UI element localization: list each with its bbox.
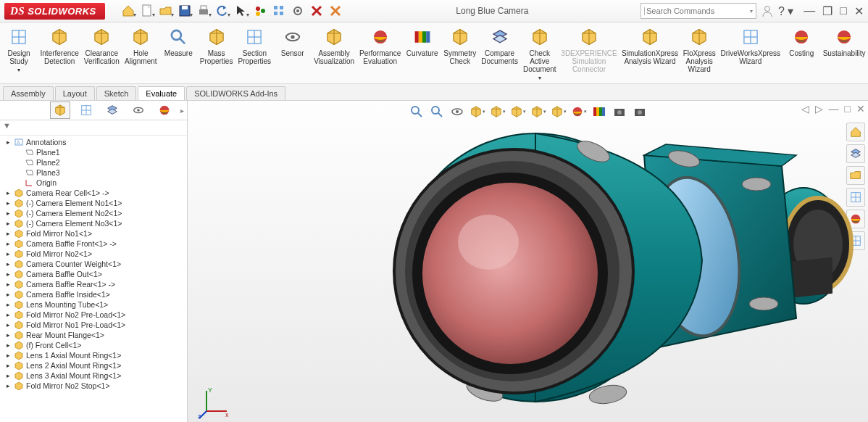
print-icon[interactable]: ▾ xyxy=(195,2,212,20)
svg-point-51 xyxy=(432,107,439,114)
tree-node[interactable]: ▸(-) Camera Element No2<1> xyxy=(0,208,187,218)
home-icon[interactable]: ▾ xyxy=(120,2,137,20)
performance-evaluation-button[interactable]: PerformanceEvaluation xyxy=(357,25,404,65)
tree-node[interactable]: ▸Camera Baffle Inside<1> xyxy=(0,289,187,299)
tree-node[interactable]: ▸Lens 2 Axial Mount Ring<1> xyxy=(0,360,187,371)
check-active-document-button[interactable]: CheckActiveDocument▾ xyxy=(520,25,559,82)
mass-properties-button[interactable]: MassProperties xyxy=(197,25,235,65)
tab-assembly[interactable]: Assembly xyxy=(3,86,54,100)
section-properties-button[interactable]: SectionProperties xyxy=(235,25,274,65)
tree-node[interactable]: ▸Fold Mirror No1 Pre-Load<1> xyxy=(0,320,187,330)
compare-documents-button[interactable]: CompareDocuments xyxy=(479,25,521,65)
view-triad[interactable]: Y x z xyxy=(198,386,231,420)
viewport-next-icon[interactable]: ▷ xyxy=(815,103,823,115)
driveworksxpress-button[interactable]: DriveWorksXpressWizard xyxy=(718,25,783,65)
model-view[interactable] xyxy=(354,115,868,420)
tree-node[interactable]: ▸Camera Counter Weight<1> xyxy=(0,259,187,269)
graphics-viewport[interactable]: ◁ ▷ — □ ✕ ▾▾▾▾▾▾ xyxy=(188,101,868,422)
tree-node[interactable]: ▸(-) Camera Element No1<1> xyxy=(0,198,187,208)
panel-expand-icon[interactable]: ▸ xyxy=(180,107,184,115)
quick-access-toolbar: ▾▾▾▾▾▾▾ xyxy=(120,2,344,20)
clearance-verification-button[interactable]: ClearanceVerification xyxy=(81,25,122,65)
3dexperience-button[interactable]: 3DEXPERIENCESimulationConnector xyxy=(559,25,619,73)
undo-icon[interactable]: ▾ xyxy=(214,2,231,20)
viewport-close-icon[interactable]: ✕ xyxy=(856,103,865,115)
tree-node[interactable]: ▸Rear Mount Flange<1> xyxy=(0,330,187,340)
search-drop-icon[interactable]: ▾ xyxy=(750,8,753,15)
tree-node[interactable]: ▸Camera Baffle Front<1> -> xyxy=(0,239,187,249)
save-icon[interactable]: ▾ xyxy=(176,2,193,20)
close-button[interactable]: ✕ xyxy=(854,4,864,18)
tab-sketch[interactable]: Sketch xyxy=(96,86,137,100)
rebuild-icon[interactable] xyxy=(251,2,269,20)
tree-filter[interactable]: ▼ xyxy=(0,120,187,136)
tree-node[interactable]: Plane2 xyxy=(0,157,187,167)
close-orange-icon[interactable] xyxy=(327,2,344,20)
tab-evaluate[interactable]: Evaluate xyxy=(138,86,185,100)
tree-node[interactable]: Plane1 xyxy=(0,147,187,157)
floxpress-button[interactable]: FloXpressAnalysisWizard xyxy=(680,25,718,73)
select-icon[interactable]: ▾ xyxy=(233,2,250,20)
viewport-maximize-icon[interactable]: □ xyxy=(845,103,851,115)
maximize-button[interactable]: □ xyxy=(840,4,847,18)
dimxpert-icon[interactable] xyxy=(128,102,149,119)
feature-manager-panel: ▸ ▼ ▸AAnnotationsPlane1Plane2Plane3Origi… xyxy=(0,101,188,422)
title-bar: DS SOLIDWORKS ▾▾▾▾▾▾▾ Long Blue Camera ▾… xyxy=(0,0,868,22)
symmetry-button[interactable]: SymmetryCheck xyxy=(441,25,479,65)
minimize-button[interactable]: — xyxy=(804,4,815,18)
display-manager-icon[interactable] xyxy=(154,102,175,119)
tree-node[interactable]: ▸Camera Rear Cell<1> -> xyxy=(0,188,187,198)
tree-label: Camera Baffle Inside<1> xyxy=(26,290,110,299)
feature-manager-icon[interactable] xyxy=(50,102,70,119)
search-input[interactable] xyxy=(645,6,748,16)
measure-button[interactable]: Measure xyxy=(159,25,197,65)
viewport-minimize-icon[interactable]: — xyxy=(829,103,839,115)
new-icon[interactable]: ▾ xyxy=(138,2,156,20)
open-icon[interactable]: ▾ xyxy=(157,2,175,20)
tree-label: Lens 2 Axial Mount Ring<1> xyxy=(26,361,121,370)
logo-text: SOLIDWORKS xyxy=(28,6,96,17)
sensor-button[interactable]: Sensor xyxy=(274,25,312,65)
sustainability-button[interactable]: Sustainability xyxy=(820,25,868,65)
tree-node[interactable]: ▸AAnnotations xyxy=(0,137,187,147)
tree-node[interactable]: Origin xyxy=(0,178,187,188)
settings-gear-icon[interactable] xyxy=(289,2,306,20)
tree-node[interactable]: ▸(-) Camera Element No3<1> xyxy=(0,218,187,228)
tree-node[interactable]: ▸Camera Baffle Rear<1> -> xyxy=(0,279,187,289)
tree-label: Plane1 xyxy=(36,148,60,157)
svg-point-43 xyxy=(137,109,140,112)
tree-node[interactable]: ▸Camera Baffle Out<1> xyxy=(0,269,187,279)
tree-node[interactable]: ▸Fold Mirror No1<1> xyxy=(0,228,187,239)
viewport-prev-icon[interactable]: ◁ xyxy=(801,103,809,115)
user-icon[interactable] xyxy=(761,4,774,17)
curvature-button[interactable]: Curvature xyxy=(404,25,441,65)
tree-node[interactable]: ▸Lens Mounting Tube<1> xyxy=(0,299,187,310)
options-grid-icon[interactable] xyxy=(270,2,288,20)
hole-alignment-button[interactable]: HoleAlignment xyxy=(122,25,159,65)
restore-button[interactable]: ❐ xyxy=(822,4,832,18)
tab-solidworks-add-ins[interactable]: SOLIDWORKS Add-Ins xyxy=(186,86,285,100)
help-icon[interactable]: ? ▾ xyxy=(778,4,793,18)
tree-node[interactable]: ▸Lens 3 Axial Mount Ring<1> xyxy=(0,371,187,381)
svg-rect-9 xyxy=(280,6,283,9)
design-study-button[interactable]: DesignStudy▾ xyxy=(0,25,38,74)
tree-node[interactable]: ▸(f) Front Cell<1> xyxy=(0,340,187,350)
svg-point-7 xyxy=(261,9,265,13)
svg-rect-3 xyxy=(199,9,208,15)
tab-layout[interactable]: Layout xyxy=(55,86,95,100)
simulationxpress-button[interactable]: SimulationXpressAnalysis Wizard xyxy=(619,25,680,65)
svg-rect-0 xyxy=(143,5,151,16)
close-red-icon[interactable] xyxy=(308,2,325,20)
tree-node[interactable]: Plane3 xyxy=(0,167,187,178)
tree-node[interactable]: ▸Fold Mirror No2<1> xyxy=(0,249,187,259)
tree-node[interactable]: ▸Lens 1 Axial Mount Ring<1> xyxy=(0,350,187,360)
assembly-visualization-button[interactable]: AssemblyVisualization xyxy=(312,25,357,65)
tree-node[interactable]: ▸Fold Mirror No2 Stop<1> xyxy=(0,381,187,391)
search-commands[interactable]: ▾ xyxy=(640,3,756,19)
config-manager-icon[interactable] xyxy=(102,102,122,119)
costing-button[interactable]: Costing xyxy=(783,25,820,65)
svg-point-28 xyxy=(291,35,294,38)
tree-node[interactable]: ▸Fold Mirror No2 Pre-Load<1> xyxy=(0,310,187,320)
property-manager-icon[interactable] xyxy=(76,102,96,119)
interference-detection-button[interactable]: InterferenceDetection xyxy=(38,25,81,65)
